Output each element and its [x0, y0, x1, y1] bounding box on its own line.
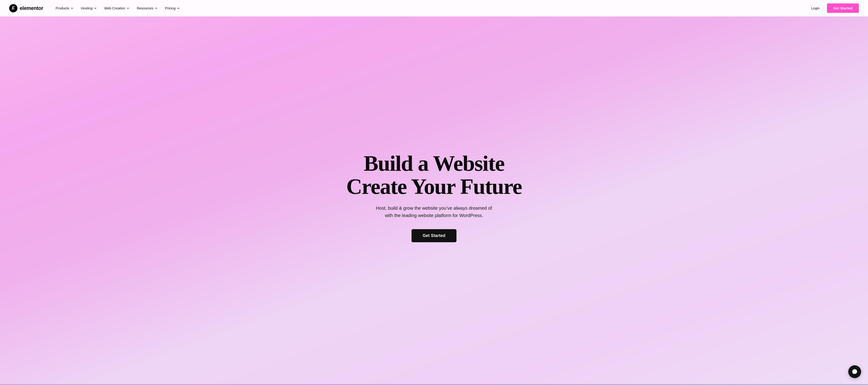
- navbar-left: E elementor Products Hosting Web Creatio…: [9, 4, 183, 12]
- logo-text: elementor: [20, 5, 43, 11]
- chat-icon: [852, 369, 858, 375]
- bottom-accent-line: [0, 384, 868, 385]
- nav-item-resources[interactable]: Resources: [134, 4, 161, 12]
- chevron-down-icon-hosting: [94, 7, 97, 10]
- hero-title: Build a Website Create Your Future: [346, 152, 522, 198]
- navbar: E elementor Products Hosting Web Creatio…: [0, 0, 868, 17]
- nav-item-web-creation[interactable]: Web Creation: [101, 4, 133, 12]
- nav-label-hosting: Hosting: [81, 6, 93, 10]
- nav-item-products[interactable]: Products: [52, 4, 76, 12]
- hero-title-line1: Build a Website: [364, 151, 504, 175]
- login-button[interactable]: Login: [807, 4, 823, 12]
- hero-section: Build a Website Create Your Future Host,…: [0, 0, 868, 385]
- logo-letter: E: [12, 6, 15, 10]
- nav-label-resources: Resources: [137, 6, 153, 10]
- navbar-right: Login Get Started: [807, 3, 859, 13]
- hero-cta-button[interactable]: Get Started: [411, 229, 456, 242]
- hero-subtitle: Host, build & grow the website you’ve al…: [376, 204, 492, 219]
- nav-menu: Products Hosting Web Creation Resources: [52, 4, 183, 12]
- logo-icon: E: [9, 4, 18, 12]
- chevron-down-icon-web-creation: [126, 7, 129, 10]
- nav-label-web-creation: Web Creation: [104, 6, 125, 10]
- chevron-down-icon-products: [70, 7, 73, 10]
- hero-title-line2: Create Your Future: [346, 174, 522, 199]
- get-started-nav-button[interactable]: Get Started: [827, 3, 859, 13]
- nav-item-pricing[interactable]: Pricing: [162, 4, 183, 12]
- chat-support-button[interactable]: [848, 365, 861, 378]
- nav-label-products: Products: [56, 6, 69, 10]
- nav-label-pricing: Pricing: [165, 6, 176, 10]
- nav-item-hosting[interactable]: Hosting: [78, 4, 100, 12]
- chevron-down-icon-pricing: [177, 7, 180, 10]
- chevron-down-icon-resources: [155, 7, 158, 10]
- logo-link[interactable]: E elementor: [9, 4, 43, 12]
